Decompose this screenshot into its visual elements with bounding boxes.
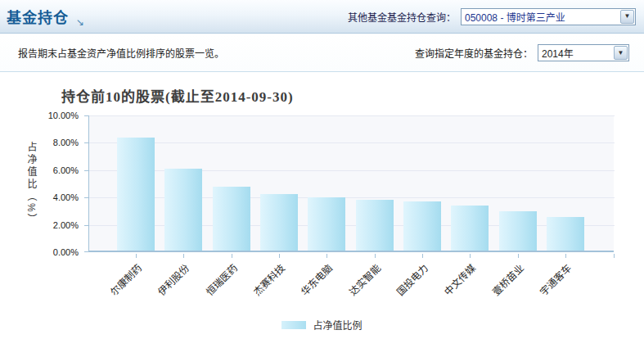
y-axis-tick-label: 6.00%	[53, 165, 79, 175]
x-axis-label-text: 尔康制药	[106, 260, 144, 298]
fund-select[interactable]: 050008 - 博时第三产业 ▼	[461, 8, 636, 25]
x-axis-label-text: 中文传媒	[440, 260, 478, 298]
bar[interactable]	[451, 206, 489, 251]
legend: 占净值比例	[0, 318, 644, 332]
bar[interactable]	[164, 169, 202, 251]
y-axis-tick-label: 4.00%	[53, 192, 79, 202]
year-query-label: 查询指定年度的基金持仓：	[415, 46, 533, 60]
y-axis-labels: 10.00%8.00%6.00%4.00%2.00%0.00%	[33, 115, 83, 252]
year-query-group: 查询指定年度的基金持仓： 2014年 ▼	[415, 44, 629, 61]
y-axis-tick-label: 8.00%	[53, 138, 79, 147]
fund-select-dropdown-button[interactable]: ▼	[620, 10, 634, 24]
legend-swatch	[281, 321, 306, 329]
x-axis-label-text: 达实智能	[345, 260, 383, 298]
bar[interactable]	[213, 187, 250, 251]
x-axis-label-text: 伊利股份	[154, 260, 191, 298]
x-axis-label-text: 壹桥苗业	[489, 260, 526, 298]
x-axis-tick	[375, 254, 376, 258]
y-axis-tick-label: 2.00%	[53, 220, 79, 230]
x-axis-tick	[518, 254, 519, 258]
header-bar: 基金持仓↘ 其他基金基金持仓查询： 050008 - 博时第三产业 ▼	[0, 0, 644, 34]
y-axis-tick-label: 0.00%	[53, 247, 79, 257]
page-title-group: 基金持仓↘	[7, 6, 84, 27]
y-axis-tick	[84, 115, 88, 116]
bar[interactable]	[499, 211, 537, 251]
bar[interactable]	[117, 138, 155, 251]
y-axis-tick	[84, 225, 88, 226]
description-text: 报告期末占基金资产净值比例排序的股票一览。	[18, 46, 224, 60]
x-axis-label-text: 杰赛科技	[250, 260, 287, 298]
y-axis-tick	[84, 197, 88, 198]
x-axis-tick	[232, 254, 232, 258]
chart-container: 持仓前10的股票(截止至2014-09-30) 占净值比（%） 10.00%8.…	[0, 73, 644, 339]
x-axis-label-text: 华东电脑	[297, 260, 335, 298]
chevron-down-icon: ▼	[618, 50, 624, 56]
x-axis-tick	[470, 254, 471, 258]
gridline	[89, 142, 615, 143]
bar[interactable]	[547, 217, 584, 251]
fund-query-label: 其他基金基金持仓查询：	[348, 10, 456, 24]
arrow-southeast-icon: ↘	[76, 16, 84, 28]
x-axis-label-text: 国投电力	[393, 260, 430, 298]
y-axis-tick	[84, 170, 88, 171]
bar[interactable]	[356, 200, 394, 251]
x-axis-tick	[565, 254, 566, 258]
x-axis-label-text: 恒瑞医药	[202, 260, 240, 298]
gridline	[89, 115, 615, 116]
page-title: 基金持仓	[7, 10, 69, 26]
x-axis-tick	[327, 254, 327, 258]
chart-title: 持仓前10的股票(截止至2014-09-30)	[61, 85, 294, 106]
x-axis-tick	[136, 254, 137, 258]
bar[interactable]	[308, 197, 345, 251]
x-axis-tick	[422, 254, 423, 258]
bar[interactable]	[403, 201, 441, 251]
toolbar: 报告期末占基金资产净值比例排序的股票一览。 查询指定年度的基金持仓： 2014年…	[0, 34, 644, 72]
y-axis-tick-label: 10.00%	[48, 111, 79, 120]
x-axis-tick	[183, 254, 184, 258]
legend-label: 占净值比例	[313, 318, 362, 332]
fund-query-group: 其他基金基金持仓查询： 050008 - 博时第三产业 ▼	[348, 8, 636, 25]
y-axis-tick	[84, 142, 88, 143]
x-axis-label-text: 宇通客车	[536, 260, 574, 298]
x-axis-end-tick	[614, 254, 615, 258]
year-select[interactable]: 2014年 ▼	[538, 44, 629, 61]
y-axis-tick	[84, 251, 88, 252]
year-select-dropdown-button[interactable]: ▼	[614, 46, 628, 60]
fund-select-value: 050008 - 博时第三产业	[462, 10, 620, 24]
x-axis-tick	[279, 254, 280, 258]
year-select-value: 2014年	[538, 46, 614, 60]
plot-area: 尔康制药伊利股份恒瑞医药杰赛科技华东电脑达实智能国投电力中文传媒壹桥苗业宇通客车	[88, 115, 614, 252]
bar[interactable]	[260, 194, 298, 251]
chevron-down-icon: ▼	[624, 13, 631, 20]
